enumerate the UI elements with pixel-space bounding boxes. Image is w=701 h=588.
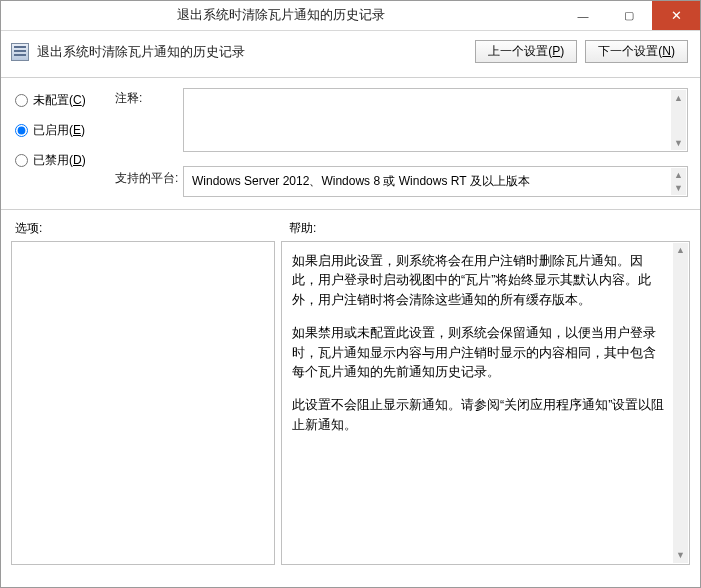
help-paragraph: 此设置不会阻止显示新通知。请参阅“关闭应用程序通知”设置以阻止新通知。 xyxy=(292,396,667,435)
scroll-down-icon[interactable]: ▼ xyxy=(673,548,688,563)
comment-scrollbar[interactable]: ▲ ▼ xyxy=(671,90,686,150)
help-label: 帮助: xyxy=(289,220,316,237)
scroll-track[interactable] xyxy=(673,258,688,548)
scroll-down-icon[interactable]: ▼ xyxy=(671,182,686,196)
window-title: 退出系统时清除瓦片通知的历史记录 xyxy=(1,7,560,24)
previous-setting-button[interactable]: 上一个设置(P) xyxy=(475,40,577,63)
radio-not-configured[interactable]: 未配置(C) xyxy=(15,92,115,109)
scroll-down-icon[interactable]: ▼ xyxy=(671,135,686,150)
radio-not-configured-label: 未配置(C) xyxy=(33,92,86,109)
radio-enabled[interactable]: 已启用(E) xyxy=(15,122,115,139)
help-paragraph: 如果启用此设置，则系统将会在用户注销时删除瓦片通知。因此，用户登录时启动视图中的… xyxy=(292,252,667,310)
platforms-label: 支持的平台: xyxy=(115,166,183,197)
comment-textarea[interactable]: ▲ ▼ xyxy=(183,88,688,152)
scroll-up-icon[interactable]: ▲ xyxy=(673,243,688,258)
platforms-box: Windows Server 2012、Windows 8 或 Windows … xyxy=(183,166,688,197)
radio-disabled-input[interactable] xyxy=(15,154,28,167)
policy-header: 退出系统时清除瓦片通知的历史记录 上一个设置(P) 下一个设置(N) xyxy=(1,31,700,78)
lower-panes: 如果启用此设置，则系统将会在用户注销时删除瓦片通知。因此，用户登录时启动视图中的… xyxy=(1,241,700,575)
help-scrollbar[interactable]: ▲ ▼ xyxy=(673,243,688,563)
comment-label: 注释: xyxy=(115,88,183,152)
maximize-button[interactable]: ▢ xyxy=(606,1,652,30)
state-radio-group: 未配置(C) 已启用(E) 已禁用(D) xyxy=(15,88,115,197)
radio-disabled[interactable]: 已禁用(D) xyxy=(15,152,115,169)
radio-disabled-label: 已禁用(D) xyxy=(33,152,86,169)
options-label: 选项: xyxy=(15,220,289,237)
prev-next-group: 上一个设置(P) 下一个设置(N) xyxy=(475,40,688,63)
next-setting-button[interactable]: 下一个设置(N) xyxy=(585,40,688,63)
radio-not-configured-input[interactable] xyxy=(15,94,28,107)
options-pane xyxy=(11,241,275,565)
radio-enabled-label: 已启用(E) xyxy=(33,122,85,139)
help-paragraph: 如果禁用或未配置此设置，则系统会保留通知，以便当用户登录时，瓦片通知显示内容与用… xyxy=(292,324,667,382)
scroll-up-icon[interactable]: ▲ xyxy=(671,90,686,105)
config-grid: 未配置(C) 已启用(E) 已禁用(D) 注释: ▲ ▼ 支持的平台: Wind… xyxy=(1,78,700,210)
scroll-track[interactable] xyxy=(671,105,686,135)
lower-labels: 选项: 帮助: xyxy=(1,210,700,241)
window-controls: — ▢ ✕ xyxy=(560,1,700,30)
platforms-value: Windows Server 2012、Windows 8 或 Windows … xyxy=(192,174,530,188)
platforms-scrollbar[interactable]: ▲ ▼ xyxy=(671,168,686,195)
titlebar: 退出系统时清除瓦片通知的历史记录 — ▢ ✕ xyxy=(1,1,700,31)
policy-icon xyxy=(11,43,29,61)
minimize-button[interactable]: — xyxy=(560,1,606,30)
help-pane: 如果启用此设置，则系统将会在用户注销时删除瓦片通知。因此，用户登录时启动视图中的… xyxy=(281,241,690,565)
scroll-up-icon[interactable]: ▲ xyxy=(671,168,686,182)
policy-title: 退出系统时清除瓦片通知的历史记录 xyxy=(37,43,467,61)
close-button[interactable]: ✕ xyxy=(652,1,700,30)
radio-enabled-input[interactable] xyxy=(15,124,28,137)
